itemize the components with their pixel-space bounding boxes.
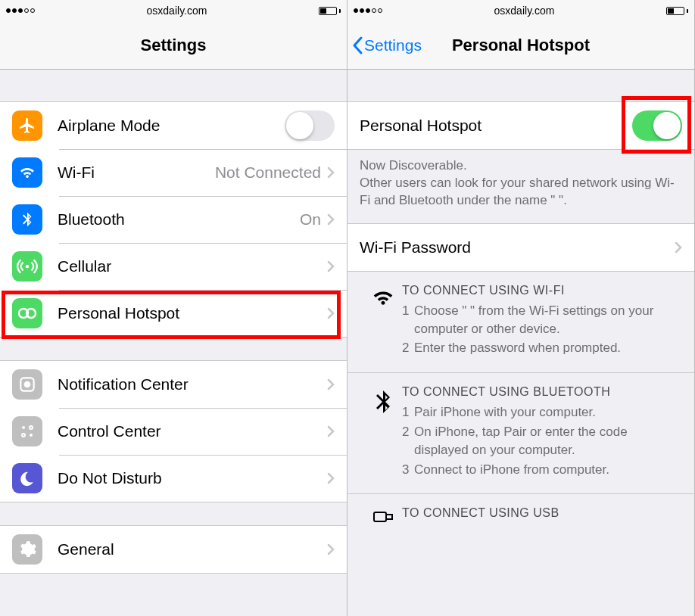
wifi-label: Wi-Fi (58, 163, 95, 182)
chevron-right-icon (327, 472, 335, 484)
airplane-toggle[interactable] (285, 110, 335, 141)
instruction-usb: TO CONNECT USING USB (348, 494, 694, 538)
control-center-icon (12, 416, 42, 446)
instruction-step: 2On iPhone, tap Pair or enter the code d… (402, 423, 682, 459)
chevron-right-icon (327, 260, 335, 272)
cellular-icon (12, 251, 42, 282)
left-screenshot: osxdaily.com Settings Airplane Mode (0, 0, 348, 616)
wifi-icon (364, 284, 402, 359)
instruction-step: 3Connect to iPhone from computer. (402, 461, 682, 479)
svg-rect-8 (374, 512, 386, 521)
svg-point-6 (22, 434, 25, 437)
chevron-right-icon (327, 425, 335, 437)
instruction-title: TO CONNECT USING BLUETOOTH (402, 385, 682, 399)
wifi-value: Not Connected (215, 163, 321, 182)
password-group: Wi-Fi Password (348, 223, 694, 272)
settings-list[interactable]: Airplane Mode Wi-Fi Not Connected Blueto… (0, 70, 347, 616)
right-screenshot: osxdaily.com Settings Personal Hotspot P… (348, 0, 695, 616)
row-airplane-mode[interactable]: Airplane Mode (0, 102, 347, 149)
status-bar: osxdaily.com (348, 0, 694, 21)
row-hotspot-toggle[interactable]: Personal Hotspot (348, 102, 694, 149)
chevron-right-icon (675, 241, 682, 254)
hotspot-icon (12, 298, 42, 328)
wifi-icon (12, 157, 42, 188)
row-bluetooth[interactable]: Bluetooth On (0, 196, 347, 243)
back-button[interactable]: Settings (352, 36, 422, 54)
settings-group-connectivity: Airplane Mode Wi-Fi Not Connected Blueto… (0, 101, 347, 338)
chevron-right-icon (327, 166, 335, 179)
moon-icon (12, 463, 42, 493)
svg-point-5 (30, 426, 33, 429)
status-bar: osxdaily.com (0, 0, 347, 21)
battery-icon (666, 7, 688, 15)
bluetooth-value: On (300, 210, 321, 229)
bluetooth-icon (12, 204, 42, 235)
row-wifi-password[interactable]: Wi-Fi Password (348, 224, 694, 271)
svg-point-7 (30, 434, 33, 437)
hotspot-toggle[interactable] (632, 110, 682, 141)
control-center-label: Control Center (58, 422, 161, 440)
gear-icon (12, 534, 42, 565)
svg-point-3 (25, 382, 30, 387)
hotspot-toggle-label: Personal Hotspot (360, 117, 482, 135)
status-url: osxdaily.com (494, 5, 555, 17)
instruction-step: 1Pair iPhone with your computer. (402, 403, 682, 422)
hotspot-detail[interactable]: Personal Hotspot Now Discoverable. Other… (348, 70, 694, 616)
row-personal-hotspot[interactable]: Personal Hotspot (0, 290, 347, 337)
signal-dots-icon (6, 8, 35, 13)
hotspot-label: Personal Hotspot (58, 304, 179, 322)
notification-center-icon (12, 369, 42, 400)
instruction-title: TO CONNECT USING USB (402, 506, 682, 520)
instruction-wifi: TO CONNECT USING WI-FI 1Choose " " from … (348, 272, 694, 373)
chevron-right-icon (327, 213, 335, 226)
settings-group-general: General (0, 525, 347, 574)
instructions-list: TO CONNECT USING WI-FI 1Choose " " from … (348, 272, 694, 539)
signal-dots-icon (354, 8, 382, 13)
usb-icon (364, 506, 402, 524)
airplane-icon (12, 110, 42, 141)
instruction-bluetooth: TO CONNECT USING BLUETOOTH 1Pair iPhone … (348, 373, 694, 494)
bluetooth-label: Bluetooth (58, 210, 125, 229)
general-label: General (58, 540, 114, 558)
cellular-label: Cellular (58, 257, 111, 275)
svg-point-4 (22, 426, 25, 429)
hotspot-toggle-group: Personal Hotspot (348, 101, 694, 150)
back-label: Settings (364, 36, 422, 54)
airplane-label: Airplane Mode (58, 117, 160, 135)
nav-bar: Settings (0, 21, 347, 70)
settings-group-system: Notification Center Control Center Do No… (0, 360, 347, 502)
chevron-left-icon (352, 36, 363, 54)
dnd-label: Do Not Disturb (58, 469, 162, 487)
nav-bar: Settings Personal Hotspot (348, 21, 694, 70)
row-notification-center[interactable]: Notification Center (0, 361, 347, 408)
svg-rect-9 (386, 515, 392, 519)
chevron-right-icon (327, 543, 335, 555)
bluetooth-icon (364, 385, 402, 480)
notification-center-label: Notification Center (58, 375, 189, 394)
battery-icon (319, 7, 341, 15)
chevron-right-icon (327, 307, 335, 319)
row-general[interactable]: General (0, 526, 347, 573)
row-wifi[interactable]: Wi-Fi Not Connected (0, 149, 347, 196)
page-title: Personal Hotspot (452, 36, 590, 55)
chevron-right-icon (327, 378, 335, 390)
wifi-password-label: Wi-Fi Password (360, 238, 471, 257)
discoverable-text: Now Discoverable. Other users can look f… (348, 150, 694, 223)
row-control-center[interactable]: Control Center (0, 408, 347, 455)
status-url: osxdaily.com (147, 5, 207, 17)
row-cellular[interactable]: Cellular (0, 243, 347, 290)
instruction-title: TO CONNECT USING WI-FI (402, 284, 682, 297)
page-title: Settings (141, 36, 207, 55)
instruction-step: 2Enter the password when prompted. (402, 339, 682, 357)
row-do-not-disturb[interactable]: Do Not Disturb (0, 455, 347, 502)
instruction-step: 1Choose " " from the Wi-Fi settings on y… (402, 302, 682, 338)
